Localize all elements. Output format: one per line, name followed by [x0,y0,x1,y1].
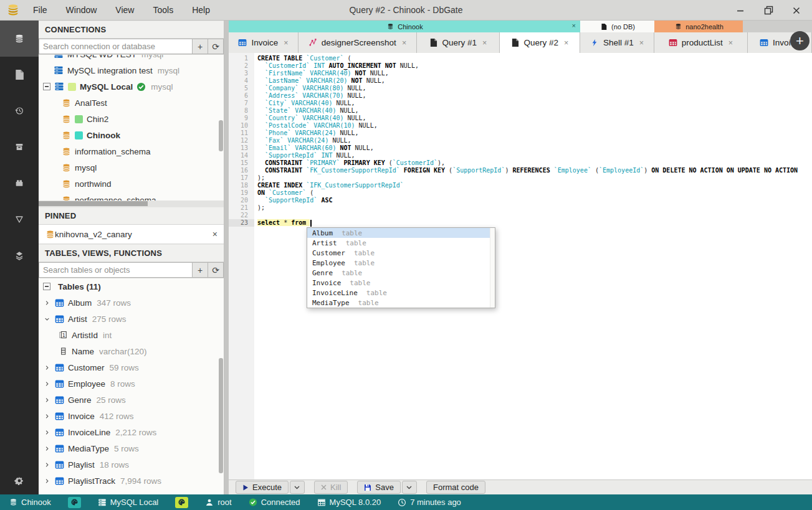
close-group-icon[interactable]: × [572,22,576,29]
query-designer-icon [14,214,24,224]
connection-item[interactable]: mysql [39,159,224,176]
menu-view[interactable]: View [115,5,134,15]
tables-root[interactable]: Tables (11) [39,278,224,295]
table-item[interactable]: Customer59 rows [39,359,224,375]
add-connection-button[interactable]: + [193,39,208,54]
server-color-chip[interactable] [175,497,188,508]
code-token: NULL, [344,115,366,121]
pinned-item[interactable]: knihovna_v2_canary× [39,225,224,244]
connection-item[interactable]: information_schema [39,143,224,159]
menu-help[interactable]: Help [192,5,210,15]
menu-file[interactable]: File [33,5,47,15]
tab-group[interactable]: Chinook× [229,21,580,32]
tab-query-1[interactable]: Query #1× [417,32,500,53]
connection-item[interactable]: MYSQL WD TESTmysql [39,55,224,62]
hscrollbar-thumb[interactable] [39,201,148,206]
table-item[interactable]: Artist275 rows [39,311,224,327]
rail-item-cells[interactable] [0,237,39,273]
close-tab-icon[interactable]: × [402,39,406,47]
rail-item-settings[interactable] [0,476,39,486]
tab-query-2[interactable]: Query #2× [500,32,580,53]
save-dropdown-button[interactable] [402,481,417,494]
connection-item[interactable]: AnalTest [39,95,224,111]
rail-item-files[interactable] [0,57,39,93]
autocomplete-item[interactable]: Albumtable [307,228,495,238]
table-icon [54,460,64,470]
autocomplete-scrollbar[interactable] [490,228,495,308]
table-item[interactable]: InvoiceLine2,212 rows [39,424,224,440]
connection-item[interactable]: northwind [39,176,224,192]
status-server[interactable]: MySQL Local [98,498,159,507]
refresh-connections-button[interactable]: ⟳ [208,39,224,54]
database-icon [45,229,55,239]
table-item[interactable]: MediaType5 rows [39,440,224,456]
collapse-expander[interactable] [43,83,50,90]
rail-item-connections[interactable] [0,21,39,57]
editor-code[interactable]: CREATE TABLE `Customer` ( `CustomerId` I… [254,53,812,479]
autocomplete-item[interactable]: Artisttable [307,238,495,248]
status-user[interactable]: root [205,498,231,507]
autocomplete-item[interactable]: MediaTypetable [307,298,495,308]
minimize-button[interactable] [735,5,746,16]
table-item[interactable]: Genre25 rows [39,392,224,408]
connections-search-input[interactable] [39,39,193,54]
new-tab-button[interactable]: + [790,31,810,50]
column-item[interactable]: 1ArtistIdint [39,327,224,343]
connection-item[interactable]: MySQL Localmysql [39,78,224,95]
table-item[interactable]: Album347 rows [39,295,224,311]
rail-item-history[interactable] [0,93,39,129]
format-code-button[interactable]: Format code [426,481,485,494]
refresh-tables-button[interactable]: ⟳ [208,262,224,278]
autocomplete-item[interactable]: Customertable [307,248,495,258]
tab-productlist[interactable]: productList× [654,32,748,53]
rail-item-query-designer[interactable] [0,201,39,237]
menu-window[interactable]: Window [66,5,97,15]
autocomplete-item[interactable]: Invoicetable [307,278,495,288]
close-tab-icon[interactable]: × [728,39,733,47]
add-table-button[interactable]: + [193,262,208,278]
table-item[interactable]: Invoice412 rows [39,408,224,424]
unpin-close-icon[interactable]: × [213,229,217,239]
connections-hscrollbar[interactable] [39,201,224,207]
tab-label: Query #2 [524,38,559,47]
connections-vscrollbar[interactable] [219,120,223,151]
tables-vscrollbar[interactable] [219,358,223,473]
save-button[interactable]: Save [357,481,401,494]
collapse-expander[interactable] [43,283,50,290]
menu-tools[interactable]: Tools [153,5,173,15]
color-swatch [75,115,83,123]
tab-invoice[interactable]: Invoice× [229,32,299,53]
close-tab-icon[interactable]: × [482,39,487,47]
connection-item[interactable]: Chinook [39,127,224,143]
tab-group[interactable]: (no DB) [580,21,654,32]
close-tab-icon[interactable]: × [284,39,288,47]
close-tab-icon[interactable]: × [564,39,568,47]
execute-button[interactable]: Execute [236,481,289,494]
status-database[interactable]: Chinook [9,498,51,507]
table-item[interactable]: PlaylistTrack7,994 rows [39,473,224,489]
tables-search-input[interactable] [39,262,193,278]
tab-designerscreenshot[interactable]: designerScreenshot× [299,32,417,53]
database-color-chip[interactable] [68,497,81,508]
close-button[interactable] [791,5,802,16]
connection-item[interactable]: Chin2 [39,111,224,127]
rail-item-plugins[interactable] [0,165,39,201]
code-token: NOT [340,144,351,151]
table-item[interactable]: Playlist18 rows [39,456,224,473]
tab-shell-1[interactable]: Shell #1× [580,32,654,53]
autocomplete-item[interactable]: InvoiceLinetable [307,288,495,298]
restore-button[interactable] [763,5,774,16]
column-item[interactable]: Namevarchar(120) [39,343,224,359]
line-number: 11 [229,130,254,137]
close-tab-icon[interactable]: × [639,39,644,47]
table-icon [54,314,64,324]
rail-item-archive[interactable] [0,129,39,165]
autocomplete-item[interactable]: Employeetable [307,258,495,268]
tab-group[interactable]: nano2health [654,21,743,32]
connection-item[interactable]: MySQL integration testmysql [39,62,224,78]
autocomplete-item[interactable]: Genretable [307,268,495,278]
kill-button[interactable]: Kill [314,481,348,494]
designer-icon [308,39,317,47]
execute-dropdown-button[interactable] [290,481,305,494]
table-item[interactable]: Employee8 rows [39,375,224,392]
